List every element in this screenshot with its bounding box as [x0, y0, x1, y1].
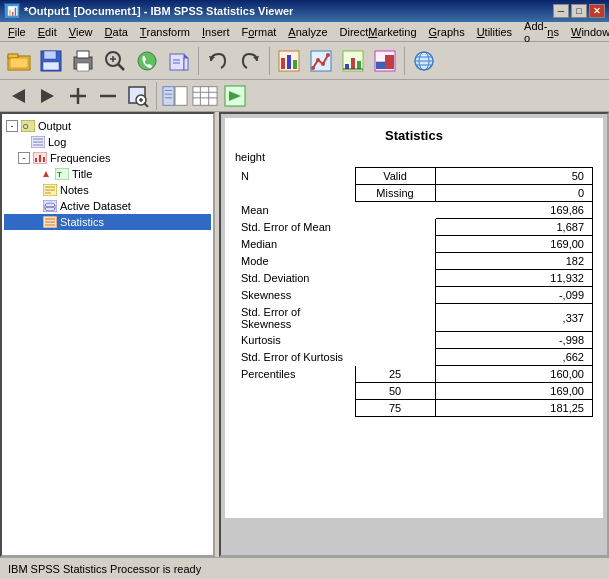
svg-line-10: [118, 64, 124, 70]
menu-direct-marketing[interactable]: Direct Marketing: [334, 22, 423, 41]
svg-point-27: [311, 66, 315, 70]
minimize-button[interactable]: ─: [553, 4, 569, 18]
svg-rect-1: [8, 54, 18, 58]
log-label: Log: [48, 136, 66, 148]
table-row: N Valid 50: [235, 168, 593, 185]
menu-analyze[interactable]: Analyze: [282, 22, 333, 41]
title-label: Title: [72, 168, 92, 180]
forward-button[interactable]: [34, 83, 62, 109]
tree-expand-output[interactable]: -: [6, 120, 18, 132]
svg-rect-23: [281, 58, 285, 69]
tree-item-log[interactable]: Log: [4, 134, 211, 150]
status-bar: IBM SPSS Statistics Processor is ready: [0, 557, 609, 579]
missing-label: Missing: [355, 185, 435, 202]
table-row: Skewness -,099: [235, 287, 593, 304]
toolbar-separator-3: [404, 47, 405, 75]
svg-rect-60: [193, 86, 217, 105]
tree-item-notes[interactable]: Notes: [4, 182, 211, 198]
table-view-button[interactable]: [191, 83, 219, 109]
menu-edit[interactable]: Edit: [32, 22, 63, 41]
title-icon: T: [54, 167, 70, 181]
table-row: 50 169,00: [235, 383, 593, 400]
table-row: Mean 169,86: [235, 202, 593, 219]
statistics-title: Statistics: [235, 128, 593, 143]
table-row: Std. Error of Skewness ,337: [235, 304, 593, 332]
svg-text:T: T: [57, 170, 62, 179]
menu-insert[interactable]: Insert: [196, 22, 236, 41]
print-button[interactable]: [68, 47, 98, 75]
svg-rect-33: [351, 58, 355, 69]
svg-rect-37: [376, 62, 385, 69]
menu-file[interactable]: File: [2, 22, 32, 41]
redo-button[interactable]: [235, 47, 265, 75]
menu-window[interactable]: Window: [565, 22, 609, 41]
svg-point-30: [326, 53, 330, 57]
save-button[interactable]: [36, 47, 66, 75]
svg-rect-8: [77, 63, 89, 71]
notes-label: Notes: [60, 184, 89, 196]
svg-rect-74: [35, 158, 37, 162]
frequencies-label: Frequencies: [50, 152, 111, 164]
tree-item-statistics[interactable]: Statistics: [4, 214, 211, 230]
table-row: Median 169,00: [235, 236, 593, 253]
toolbar-separator-1: [198, 47, 199, 75]
search-outline-button[interactable]: [124, 83, 152, 109]
navigation-toolbar: [0, 80, 609, 112]
svg-point-13: [138, 52, 156, 70]
menu-graphs[interactable]: Graphs: [423, 22, 471, 41]
globe-button[interactable]: [409, 47, 439, 75]
content-panel[interactable]: Statistics height N Valid 50 Missing 0: [219, 112, 609, 557]
main-toolbar: [0, 42, 609, 80]
valid-value: 50: [435, 168, 593, 185]
active-dataset-label: Active Dataset: [60, 200, 131, 212]
chart4-button[interactable]: [370, 47, 400, 75]
valid-label: Valid: [355, 168, 435, 185]
svg-rect-25: [293, 60, 297, 69]
output-label: Output: [38, 120, 71, 132]
export-button[interactable]: [164, 47, 194, 75]
svg-point-29: [321, 62, 325, 66]
svg-rect-32: [345, 64, 349, 69]
statistics-label: Statistics: [60, 216, 104, 228]
tree-item-output[interactable]: - O Output: [4, 118, 211, 134]
outline-panel[interactable]: - O Output Log -: [0, 112, 215, 557]
collapse-outline-button[interactable]: [94, 83, 122, 109]
menu-view[interactable]: View: [63, 22, 99, 41]
menu-utilities[interactable]: Utilities: [471, 22, 518, 41]
open-folder-button[interactable]: [4, 47, 34, 75]
svg-text:O: O: [23, 123, 29, 130]
svg-rect-75: [39, 155, 41, 162]
menu-data[interactable]: Data: [99, 22, 134, 41]
back-button[interactable]: [4, 83, 32, 109]
table-row: Std. Error of Mean 1,687: [235, 219, 593, 236]
main-area: - O Output Log -: [0, 112, 609, 557]
table-row: Std. Error of Kurtosis ,662: [235, 349, 593, 366]
menu-addons[interactable]: Add-ons: [518, 22, 565, 41]
phone-icon[interactable]: [132, 47, 162, 75]
tree-expand-frequencies[interactable]: -: [18, 152, 30, 164]
n-label: N: [235, 168, 355, 185]
title-bar: 📊 *Output1 [Document1] - IBM SPSS Statis…: [0, 0, 609, 22]
svg-rect-17: [184, 58, 188, 70]
svg-marker-46: [41, 89, 54, 103]
maximize-button[interactable]: □: [571, 4, 587, 18]
tree-item-active-dataset[interactable]: Active Dataset: [4, 198, 211, 214]
chart3-button[interactable]: [338, 47, 368, 75]
tree-item-title[interactable]: T Title: [4, 166, 211, 182]
tree-item-frequencies[interactable]: - Frequencies: [4, 150, 211, 166]
svg-rect-76: [43, 157, 45, 162]
svg-rect-14: [170, 54, 184, 70]
missing-value: 0: [435, 185, 593, 202]
chart1-button[interactable]: [274, 47, 304, 75]
zoom-button[interactable]: [100, 47, 130, 75]
navigate-right-button[interactable]: [221, 83, 249, 109]
expand-outline-button[interactable]: [64, 83, 92, 109]
svg-marker-45: [12, 89, 25, 103]
outline-view-button[interactable]: [161, 83, 189, 109]
close-button[interactable]: ✕: [589, 4, 605, 18]
menu-format[interactable]: Format: [236, 22, 283, 41]
undo-button[interactable]: [203, 47, 233, 75]
svg-rect-7: [77, 51, 89, 58]
chart2-button[interactable]: [306, 47, 336, 75]
menu-transform[interactable]: Transform: [134, 22, 196, 41]
